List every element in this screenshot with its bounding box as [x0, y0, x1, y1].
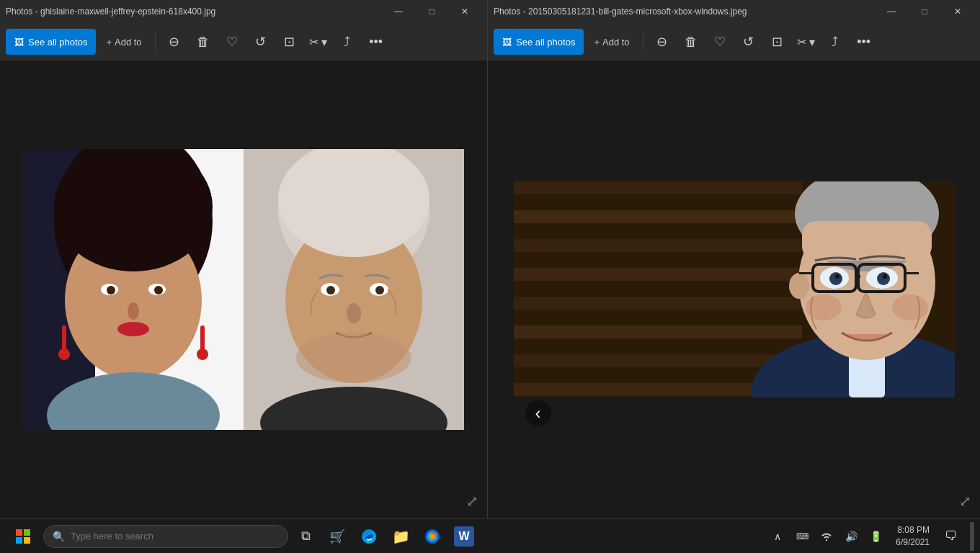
bill-gates-svg [514, 181, 955, 397]
svg-point-26 [296, 333, 411, 383]
right-add-to-button[interactable]: + Add to [587, 29, 636, 55]
svg-rect-36 [514, 297, 802, 310]
svg-point-8 [107, 286, 115, 295]
svg-rect-40 [514, 354, 802, 367]
battery-icon[interactable]: 🔋 [864, 525, 887, 548]
right-more-button[interactable]: ••• [851, 29, 877, 55]
wifi-icon[interactable] [815, 525, 838, 548]
edge-app-button[interactable] [355, 522, 383, 551]
svg-point-10 [128, 302, 139, 320]
svg-rect-50 [802, 221, 932, 261]
left-person-svg [23, 149, 244, 430]
svg-rect-60 [799, 272, 814, 274]
start-button[interactable] [6, 519, 40, 554]
right-close-button[interactable]: ✕ [941, 0, 974, 23]
right-crop-button[interactable]: ⊡ [765, 29, 790, 55]
left-delete-button[interactable]: 🗑 [190, 29, 216, 55]
plus-icon: + [106, 37, 112, 48]
right-see-all-label: See all photos [516, 37, 575, 48]
search-input[interactable] [71, 531, 279, 541]
left-add-to-label: Add to [115, 37, 142, 48]
left-see-all-label: See all photos [28, 37, 87, 48]
firefox-app-button[interactable] [418, 522, 447, 551]
right-share-button[interactable]: ⤴ [822, 29, 848, 55]
edge-icon [361, 529, 377, 544]
right-maximize-button[interactable]: □ [908, 0, 941, 23]
keyboard-icon[interactable]: ⌨ [790, 525, 814, 548]
svg-point-63 [892, 295, 928, 320]
svg-point-11 [117, 322, 149, 336]
left-edit-button[interactable]: ✂ ▾ [306, 29, 331, 55]
right-photos-icon: 🖼 [502, 37, 512, 48]
svg-rect-67 [24, 537, 30, 544]
right-heart-button[interactable]: ♡ [707, 29, 733, 55]
right-photo-window: Photos - 20150305181231-bill-gates-micro… [488, 0, 980, 518]
taskbar-search-bar[interactable]: 🔍 [43, 525, 288, 548]
right-toolbar: 🖼 See all photos + Add to ⊖ 🗑 ♡ ↺ ⊡ ✂ ▾ … [488, 23, 980, 60]
left-heart-button[interactable]: ♡ [219, 29, 245, 55]
svg-rect-32 [514, 239, 802, 252]
left-nav-arrow[interactable]: ‹ [525, 400, 551, 426]
left-share-button[interactable]: ⤴ [334, 29, 360, 55]
right-window-title: Photos - 20150305181231-bill-gates-micro… [494, 6, 875, 17]
right-edit-button[interactable]: ✂ ▾ [793, 29, 819, 55]
right-title-bar: Photos - 20150305181231-bill-gates-micro… [488, 0, 980, 23]
wifi-svg-icon [821, 531, 832, 542]
svg-rect-38 [514, 325, 802, 338]
right-see-all-button[interactable]: 🖼 See all photos [494, 29, 584, 55]
start-icon [16, 529, 30, 544]
svg-rect-61 [904, 272, 919, 274]
left-add-to-button[interactable]: + Add to [99, 29, 148, 55]
word-icon: W [454, 526, 474, 547]
left-expand-icon[interactable]: ⤢ [466, 493, 478, 510]
right-delete-button[interactable]: 🗑 [678, 29, 704, 55]
svg-rect-37 [514, 311, 802, 324]
left-photo-display [23, 149, 464, 430]
svg-rect-12 [62, 325, 66, 351]
taskbar: 🔍 ⧉ 🛒 📁 W ∧ ⌨ [0, 518, 980, 553]
right-separator-1 [643, 33, 643, 50]
svg-point-58 [883, 274, 887, 279]
svg-rect-64 [16, 529, 22, 536]
show-desktop-button[interactable] [970, 522, 974, 551]
left-maximize-button[interactable]: □ [415, 0, 448, 23]
right-expand-icon[interactable]: ⤢ [959, 493, 971, 510]
svg-point-53 [829, 272, 842, 285]
word-app-button[interactable]: W [450, 522, 478, 551]
svg-point-24 [375, 286, 384, 295]
svg-point-57 [877, 272, 890, 285]
left-photo-half [23, 149, 244, 430]
right-person-svg [244, 149, 464, 430]
notification-button[interactable]: 🗨 [938, 523, 964, 549]
right-rotate-button[interactable]: ↺ [736, 29, 762, 55]
svg-rect-39 [514, 340, 802, 353]
left-minimize-button[interactable]: — [382, 0, 415, 23]
left-see-all-button[interactable]: 🖼 See all photos [6, 29, 96, 55]
task-view-button[interactable]: ⧉ [291, 522, 320, 551]
left-window-controls: — □ ✕ [382, 0, 481, 23]
right-zoom-button[interactable]: ⊖ [649, 29, 675, 55]
files-app-button[interactable]: 📁 [386, 522, 415, 551]
store-app-button[interactable]: 🛒 [323, 522, 352, 551]
time-display: 8:08 PM [897, 524, 930, 536]
svg-rect-33 [514, 253, 802, 266]
taskbar-right: ∧ ⌨ 🔊 🔋 8:08 PM 6/9/2021 🗨 [766, 522, 974, 551]
left-more-button[interactable]: ••• [363, 29, 389, 55]
svg-rect-14 [200, 325, 205, 351]
chevron-up-icon[interactable]: ∧ [766, 525, 789, 548]
right-photo-display: ‹ [514, 181, 955, 397]
firefox-icon [424, 529, 440, 544]
right-add-to-label: Add to [602, 37, 630, 48]
left-close-button[interactable]: ✕ [448, 0, 481, 23]
svg-rect-66 [16, 537, 22, 544]
left-zoom-button[interactable]: ⊖ [161, 29, 187, 55]
left-rotate-button[interactable]: ↺ [248, 29, 274, 55]
date-display: 6/9/2021 [896, 536, 930, 549]
svg-point-23 [326, 286, 335, 295]
right-minimize-button[interactable]: — [875, 0, 908, 23]
right-window-controls: — □ ✕ [875, 0, 974, 23]
svg-rect-29 [514, 196, 802, 209]
clock-area[interactable]: 8:08 PM 6/9/2021 [890, 524, 935, 549]
speaker-icon[interactable]: 🔊 [839, 525, 863, 548]
left-crop-button[interactable]: ⊡ [277, 29, 303, 55]
